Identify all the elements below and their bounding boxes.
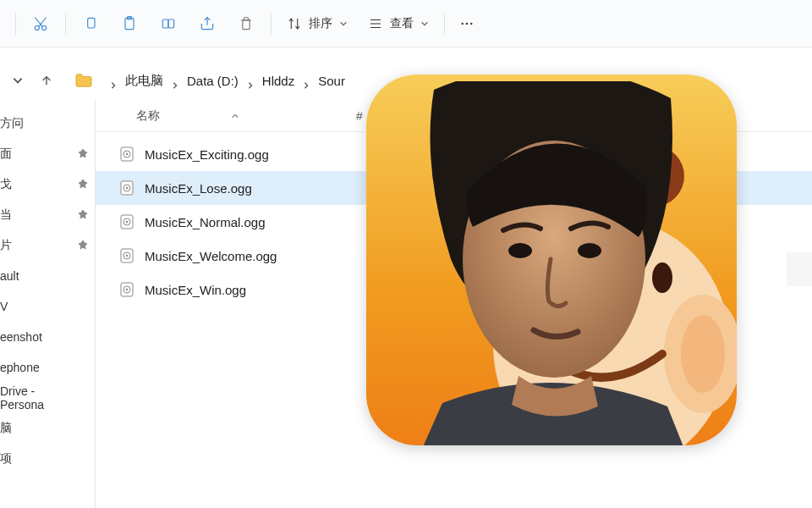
- svg-point-10: [470, 22, 472, 24]
- delete-button[interactable]: [227, 0, 266, 47]
- svg-point-8: [462, 22, 464, 24]
- rename-button[interactable]: [149, 0, 188, 47]
- app-icon-overlay: [366, 75, 737, 445]
- svg-rect-2: [88, 18, 95, 28]
- audio-file-icon: [119, 282, 134, 297]
- file-name: MusicEx_Welcome.ogg: [145, 249, 277, 263]
- sort-label: 排序: [309, 16, 332, 31]
- sidebar-item[interactable]: 片: [0, 230, 95, 261]
- svg-point-36: [578, 243, 601, 258]
- sidebar-item-label: 脑: [0, 421, 12, 436]
- sidebar-item-label: 项: [0, 451, 12, 467]
- svg-point-1: [42, 25, 47, 30]
- column-name-header[interactable]: 名称: [136, 108, 356, 124]
- sidebar-item[interactable]: eenshot: [0, 322, 95, 352]
- chevron-right-icon: [303, 77, 310, 84]
- cut-button[interactable]: [21, 0, 60, 47]
- sort-asc-icon: [231, 109, 239, 123]
- svg-point-22: [126, 255, 128, 257]
- sidebar: 方问面戈当片aultVeenshotephoneDrive - Persona脑…: [0, 100, 95, 508]
- more-button[interactable]: [450, 0, 484, 47]
- sidebar-item[interactable]: 脑: [0, 413, 95, 444]
- audio-file-icon: [119, 180, 134, 196]
- up-button[interactable]: [32, 66, 61, 95]
- pin-icon: [78, 239, 88, 252]
- sidebar-item[interactable]: 当: [0, 200, 95, 230]
- sidebar-item[interactable]: ephone: [0, 352, 95, 383]
- sidebar-item-label: ephone: [0, 361, 40, 374]
- svg-point-9: [466, 22, 468, 24]
- svg-point-25: [126, 289, 128, 290]
- right-edge-strip: [787, 252, 812, 286]
- chevron-right-icon: [247, 77, 254, 84]
- sidebar-item-label: ault: [0, 269, 19, 283]
- svg-point-13: [126, 153, 128, 155]
- sidebar-item-label: 片: [0, 238, 12, 253]
- sidebar-item-label: eenshot: [0, 330, 42, 344]
- audio-file-icon: [119, 248, 134, 263]
- history-dropdown[interactable]: [3, 66, 32, 95]
- sidebar-item-label: 当: [0, 207, 12, 223]
- sidebar-item-label: Drive - Persona: [0, 384, 78, 411]
- file-name: MusicEx_Win.ogg: [145, 283, 246, 297]
- sidebar-item[interactable]: V: [0, 291, 95, 322]
- chevron-down-icon: [420, 17, 429, 30]
- svg-point-19: [126, 221, 128, 223]
- crumb-folder1[interactable]: Hlddz: [262, 74, 294, 88]
- pin-icon: [78, 147, 88, 161]
- view-label: 查看: [390, 16, 414, 31]
- file-name: MusicEx_Lose.ogg: [145, 181, 252, 196]
- sidebar-item[interactable]: 方问: [0, 108, 95, 139]
- sidebar-item[interactable]: 戈: [0, 169, 95, 200]
- pin-icon: [78, 178, 88, 191]
- svg-point-0: [35, 25, 39, 30]
- main-pane: 名称 # MusicEx_Exciting.oggMusicEx_Lose.og…: [95, 100, 812, 508]
- chevron-right-icon: [110, 77, 117, 84]
- svg-rect-5: [162, 19, 168, 28]
- sidebar-item[interactable]: Drive - Persona: [0, 383, 95, 413]
- chevron-right-icon: [172, 77, 178, 84]
- svg-rect-7: [243, 19, 250, 29]
- column-name-label: 名称: [136, 108, 160, 124]
- share-button[interactable]: [188, 0, 227, 47]
- crumb-folder2[interactable]: Sour: [318, 74, 345, 88]
- paste-button[interactable]: [110, 0, 149, 47]
- sidebar-item-label: 面: [0, 146, 12, 162]
- file-name: MusicEx_Exciting.ogg: [145, 147, 269, 162]
- copy-button[interactable]: [71, 0, 110, 47]
- crumb-root[interactable]: 此电脑: [125, 73, 163, 89]
- sidebar-item-label: 方问: [0, 116, 24, 131]
- sidebar-item[interactable]: 面: [0, 139, 95, 169]
- sidebar-item[interactable]: ault: [0, 261, 95, 291]
- audio-file-icon: [119, 214, 134, 229]
- breadcrumb[interactable]: 此电脑 Data (D:) Hlddz Sour: [74, 73, 345, 89]
- crumb-drive[interactable]: Data (D:): [187, 74, 239, 88]
- pin-icon: [78, 208, 88, 222]
- sidebar-item[interactable]: 项: [0, 444, 95, 474]
- audio-file-icon: [119, 146, 134, 162]
- folder-icon: [74, 73, 93, 88]
- sidebar-item-label: 戈: [0, 177, 12, 192]
- svg-point-35: [508, 243, 532, 258]
- file-name: MusicEx_Normal.ogg: [145, 215, 266, 229]
- sidebar-item-label: V: [0, 300, 8, 313]
- chevron-down-icon: [339, 17, 348, 30]
- svg-rect-6: [168, 19, 174, 28]
- sort-button[interactable]: 排序: [277, 0, 358, 47]
- svg-point-16: [126, 187, 128, 189]
- toolbar: 排序 查看: [0, 0, 812, 47]
- person-photo: [409, 81, 696, 445]
- view-button[interactable]: 查看: [358, 0, 439, 47]
